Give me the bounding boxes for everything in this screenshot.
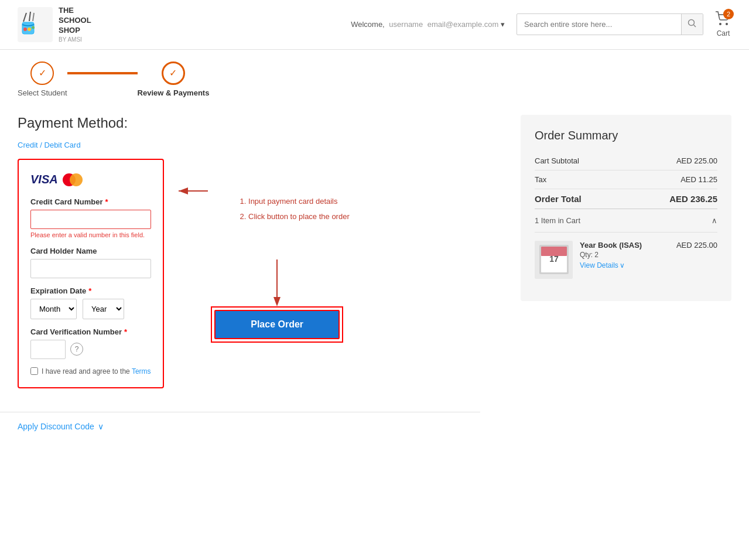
items-collapse-icon[interactable]: ∧ <box>712 216 717 225</box>
logo-area: THE SCHOOL SHOP BY AMSI <box>18 6 91 43</box>
cvv-group: Card Verification Number * ? <box>30 327 151 359</box>
card-number-error: Please enter a valid number in this fiel… <box>30 231 151 238</box>
tax-value: AED 11.25 <box>680 175 717 184</box>
left-section: Payment Method: Credit / Debit Card VISA… <box>18 115 503 388</box>
mastercard-logo <box>63 172 88 188</box>
header: THE SCHOOL SHOP BY AMSI Welcome, usernam… <box>0 0 749 50</box>
logo-text: THE SCHOOL SHOP BY AMSI <box>59 6 91 43</box>
card-holder-label: Card Holder Name <box>30 247 151 255</box>
view-details-link[interactable]: View Details ∨ <box>580 261 717 269</box>
cart-count-badge: 2 <box>723 9 734 19</box>
step-connector <box>67 72 138 74</box>
left-arrow-svg <box>176 182 211 200</box>
product-qty: Qty: 2 <box>580 251 717 259</box>
expiry-group: Expiration Date * Month 01 02 03 04 05 0… <box>30 286 151 319</box>
svg-point-8 <box>689 20 695 26</box>
discount-label: Apply Discount Code <box>18 422 94 431</box>
step2-circle: ✓ <box>162 62 185 85</box>
terms-checkbox[interactable] <box>30 367 38 375</box>
product-info: Year Book (ISAS) AED 225.00 Qty: 2 View … <box>580 241 717 279</box>
progress-steps: ✓ Select Student ✓ Review & Payments <box>0 50 749 103</box>
product-row: 17 Year Book (ISAS) AED 225.00 Qty: 2 Vi… <box>535 233 717 287</box>
cvv-input[interactable] <box>30 340 66 359</box>
search-icon <box>688 19 697 28</box>
place-order-button-wrapper: Place Order <box>211 306 343 343</box>
annotation-area: 1. Input payment card details 2. Click b… <box>205 159 350 343</box>
logo-image <box>18 7 53 42</box>
view-details-chevron-icon: ∨ <box>620 261 625 269</box>
cart-items-header: 1 Item in Cart ∧ <box>535 209 717 233</box>
expiry-row: Month 01 02 03 04 05 06 07 08 09 10 11 <box>30 299 151 319</box>
cart-label: Cart <box>717 29 730 37</box>
total-row: Order Total AED 236.25 <box>535 189 717 209</box>
search-input[interactable] <box>517 15 681 33</box>
step1-label: Select Student <box>18 88 67 97</box>
month-select[interactable]: Month 01 02 03 04 05 06 07 08 09 10 11 <box>30 299 77 319</box>
tax-row: Tax AED 11.25 <box>535 170 717 189</box>
search-bar <box>517 13 703 35</box>
product-price: AED 225.00 <box>676 241 717 250</box>
total-value: AED 236.25 <box>669 194 717 204</box>
mc-right-circle <box>70 173 83 186</box>
cvv-row: ? <box>30 340 151 359</box>
card-logos: VISA <box>30 172 151 188</box>
page-title: Payment Method: <box>18 115 503 131</box>
step1-wrapper: ✓ Select Student <box>18 62 67 97</box>
svg-point-7 <box>32 26 35 29</box>
down-arrow-svg <box>268 259 286 306</box>
visa-logo: VISA <box>30 173 58 186</box>
welcome-text: Welcome, username email@example.com ▾ <box>351 20 505 29</box>
subtotal-label: Cart Subtotal <box>535 156 579 165</box>
required-star: * <box>105 197 108 206</box>
step2-wrapper: ✓ Review & Payments <box>138 62 210 97</box>
discount-section: Apply Discount Code ∨ <box>0 412 480 441</box>
terms-label: I have read and agree to the Terms <box>42 367 151 375</box>
terms-link[interactable]: Terms <box>132 367 151 375</box>
svg-rect-20 <box>541 247 567 256</box>
cvv-required-star: * <box>124 327 127 336</box>
subtotal-value: AED 225.00 <box>676 156 717 165</box>
card-number-label: Credit Card Number * <box>30 197 151 206</box>
discount-link[interactable]: Apply Discount Code ∨ <box>18 422 463 431</box>
svg-point-6 <box>28 28 31 31</box>
year-select[interactable]: Year 2024 2025 2026 2027 2028 <box>83 299 124 319</box>
order-summary-title: Order Summary <box>535 129 717 142</box>
order-summary: Order Summary Cart Subtotal AED 225.00 T… <box>521 115 731 301</box>
search-button[interactable] <box>681 14 703 35</box>
card-holder-input[interactable] <box>30 259 151 278</box>
card-holder-group: Card Holder Name <box>30 247 151 278</box>
user-email: email@example.com <box>427 20 499 29</box>
cvv-label: Card Verification Number * <box>30 327 151 336</box>
expiry-required-star: * <box>88 286 91 295</box>
card-number-group: Credit Card Number * Please enter a vali… <box>30 197 151 238</box>
terms-row: I have read and agree to the Terms <box>30 367 151 375</box>
payment-method-label: Credit / Debit Card <box>18 141 503 149</box>
right-panel: Order Summary Cart Subtotal AED 225.00 T… <box>521 115 731 301</box>
svg-point-5 <box>23 28 27 31</box>
step1-circle: ✓ <box>30 62 54 85</box>
step2-label: Review & Payments <box>138 88 210 97</box>
tax-label: Tax <box>535 175 546 184</box>
place-order-area: Place Order <box>205 259 350 343</box>
card-form: VISA Credit Card Number * Please enter a… <box>18 159 164 388</box>
product-image: 17 <box>535 241 573 279</box>
svg-point-10 <box>719 23 721 25</box>
place-order-button[interactable]: Place Order <box>214 310 340 339</box>
book-cover-svg: 17 <box>536 242 572 277</box>
card-number-input[interactable] <box>30 210 151 229</box>
expiry-label: Expiration Date * <box>30 286 151 295</box>
main-content: Payment Method: Credit / Debit Card VISA… <box>0 103 749 412</box>
username-text: username <box>389 20 423 29</box>
discount-chevron-icon: ∨ <box>98 422 104 431</box>
subtotal-row: Cart Subtotal AED 225.00 <box>535 152 717 170</box>
dropdown-arrow-icon[interactable]: ▾ <box>501 20 505 29</box>
cart-icon[interactable]: 2 Cart <box>715 11 731 37</box>
header-right: Welcome, username email@example.com ▾ <box>351 11 731 37</box>
annotation-text: 1. Input payment card details 2. Click b… <box>240 194 350 224</box>
product-name: Year Book (ISAS) <box>580 241 642 250</box>
items-count-label: 1 Item in Cart <box>535 216 580 225</box>
total-label: Order Total <box>535 194 582 204</box>
svg-line-9 <box>694 25 696 28</box>
svg-point-11 <box>726 23 728 25</box>
cvv-help-icon[interactable]: ? <box>70 343 83 356</box>
